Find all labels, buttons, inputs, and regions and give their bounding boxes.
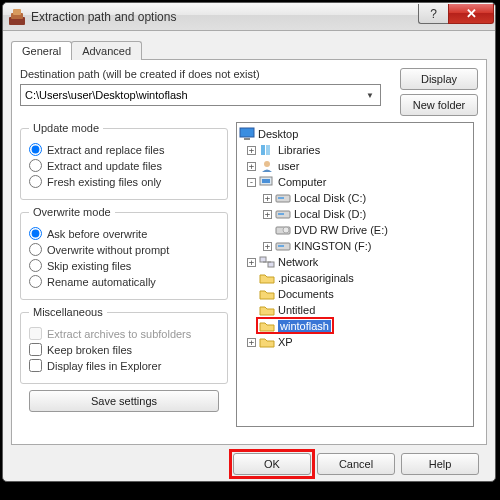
misc-opt-explorer[interactable]: Display files in Explorer bbox=[29, 359, 219, 372]
svg-rect-6 bbox=[262, 179, 270, 183]
radio-overwrite-noprompt[interactable] bbox=[29, 243, 42, 256]
tree-node-computer[interactable]: - Computer bbox=[239, 174, 471, 190]
update-opt-fresh[interactable]: Fresh existing files only bbox=[29, 175, 219, 188]
tree-node-documents[interactable]: Documents bbox=[239, 286, 471, 302]
folder-tree[interactable]: Desktop + Libraries + user bbox=[236, 122, 474, 427]
update-opt-replace[interactable]: Extract and replace files bbox=[29, 143, 219, 156]
misc-opt-keepbroken[interactable]: Keep broken files bbox=[29, 343, 219, 356]
check-keep-broken[interactable] bbox=[29, 343, 42, 356]
ok-button[interactable]: OK bbox=[233, 453, 311, 475]
help-button[interactable]: Help bbox=[401, 453, 479, 475]
svg-rect-3 bbox=[266, 145, 270, 155]
cancel-button[interactable]: Cancel bbox=[317, 453, 395, 475]
folder-icon bbox=[259, 287, 275, 301]
radio-extract-replace[interactable] bbox=[29, 143, 42, 156]
user-icon bbox=[259, 159, 275, 173]
misc-opt-subfolders: Extract archives to subfolders bbox=[29, 327, 219, 340]
desktop-icon bbox=[239, 127, 255, 141]
drive-icon bbox=[275, 239, 291, 253]
tab-general[interactable]: General bbox=[11, 41, 72, 60]
titlebar[interactable]: Extraction path and options ? ✕ bbox=[3, 3, 495, 31]
radio-fresh-only[interactable] bbox=[29, 175, 42, 188]
radio-extract-update[interactable] bbox=[29, 159, 42, 172]
dialog-window: Extraction path and options ? ✕ General … bbox=[2, 2, 496, 482]
tree-node-desktop[interactable]: Desktop bbox=[239, 126, 471, 142]
help-icon: ? bbox=[430, 7, 437, 21]
overwrite-opt-rename[interactable]: Rename automatically bbox=[29, 275, 219, 288]
close-icon: ✕ bbox=[466, 6, 477, 21]
overwrite-mode-legend: Overwrite mode bbox=[29, 206, 115, 218]
svg-point-12 bbox=[283, 227, 289, 233]
tree-node-dvd-drive[interactable]: DVD RW Drive (E:) bbox=[239, 222, 471, 238]
new-folder-button[interactable]: New folder bbox=[400, 94, 478, 116]
update-opt-update[interactable]: Extract and update files bbox=[29, 159, 219, 172]
update-mode-legend: Update mode bbox=[29, 122, 103, 134]
tree-node-network[interactable]: + Network bbox=[239, 254, 471, 270]
svg-rect-15 bbox=[260, 257, 266, 262]
dvd-icon bbox=[275, 223, 291, 237]
tab-page-general: Destination path (will be created if doe… bbox=[11, 59, 487, 445]
svg-rect-14 bbox=[278, 245, 284, 247]
save-settings-button[interactable]: Save settings bbox=[29, 390, 219, 412]
destination-path-value: C:\Users\user\Desktop\wintoflash bbox=[25, 89, 188, 101]
folder-icon bbox=[259, 271, 275, 285]
tree-node-libraries[interactable]: + Libraries bbox=[239, 142, 471, 158]
misc-group: Miscellaneous Extract archives to subfol… bbox=[20, 306, 228, 384]
tab-advanced[interactable]: Advanced bbox=[71, 41, 142, 60]
libraries-icon bbox=[259, 143, 275, 157]
svg-rect-10 bbox=[278, 213, 284, 215]
tree-node-local-disk-c[interactable]: + Local Disk (C:) bbox=[239, 190, 471, 206]
svg-rect-16 bbox=[268, 262, 274, 267]
destination-path-combobox[interactable]: C:\Users\user\Desktop\wintoflash ▼ bbox=[20, 84, 381, 106]
folder-icon bbox=[259, 335, 275, 349]
titlebar-close-button[interactable]: ✕ bbox=[448, 4, 494, 24]
folder-icon bbox=[259, 303, 275, 317]
svg-rect-2 bbox=[261, 145, 265, 155]
radio-rename-auto[interactable] bbox=[29, 275, 42, 288]
tree-node-local-disk-d[interactable]: + Local Disk (D:) bbox=[239, 206, 471, 222]
destination-label: Destination path (will be created if doe… bbox=[20, 68, 400, 80]
tree-node-untitled[interactable]: Untitled bbox=[239, 302, 471, 318]
tree-node-wintoflash[interactable]: wintoflash bbox=[239, 318, 471, 334]
network-icon bbox=[259, 255, 275, 269]
window-title: Extraction path and options bbox=[31, 10, 176, 24]
folder-icon bbox=[259, 319, 275, 333]
tab-strip: General Advanced bbox=[11, 37, 487, 59]
update-mode-group: Update mode Extract and replace files Ex… bbox=[20, 122, 228, 200]
overwrite-opt-skip[interactable]: Skip existing files bbox=[29, 259, 219, 272]
svg-rect-0 bbox=[240, 128, 254, 137]
svg-rect-8 bbox=[278, 197, 284, 199]
overwrite-opt-noprompt[interactable]: Overwrite without prompt bbox=[29, 243, 219, 256]
display-button[interactable]: Display bbox=[400, 68, 478, 90]
misc-legend: Miscellaneous bbox=[29, 306, 107, 318]
svg-rect-1 bbox=[244, 138, 250, 140]
check-subfolders bbox=[29, 327, 42, 340]
radio-ask-overwrite[interactable] bbox=[29, 227, 42, 240]
chevron-down-icon[interactable]: ▼ bbox=[362, 87, 378, 103]
titlebar-help-button[interactable]: ? bbox=[418, 4, 448, 24]
svg-point-4 bbox=[264, 161, 270, 167]
drive-icon bbox=[275, 191, 291, 205]
dialog-button-bar: OK Cancel Help bbox=[11, 445, 487, 475]
drive-icon bbox=[275, 207, 291, 221]
overwrite-mode-group: Overwrite mode Ask before overwrite Over… bbox=[20, 206, 228, 300]
tree-node-kingston[interactable]: + KINGSTON (F:) bbox=[239, 238, 471, 254]
app-icon bbox=[9, 9, 25, 25]
tree-node-picasa[interactable]: .picasaoriginals bbox=[239, 270, 471, 286]
tree-node-xp[interactable]: + XP bbox=[239, 334, 471, 350]
computer-icon bbox=[259, 175, 275, 189]
radio-skip-existing[interactable] bbox=[29, 259, 42, 272]
overwrite-opt-ask[interactable]: Ask before overwrite bbox=[29, 227, 219, 240]
tree-node-user[interactable]: + user bbox=[239, 158, 471, 174]
check-display-explorer[interactable] bbox=[29, 359, 42, 372]
